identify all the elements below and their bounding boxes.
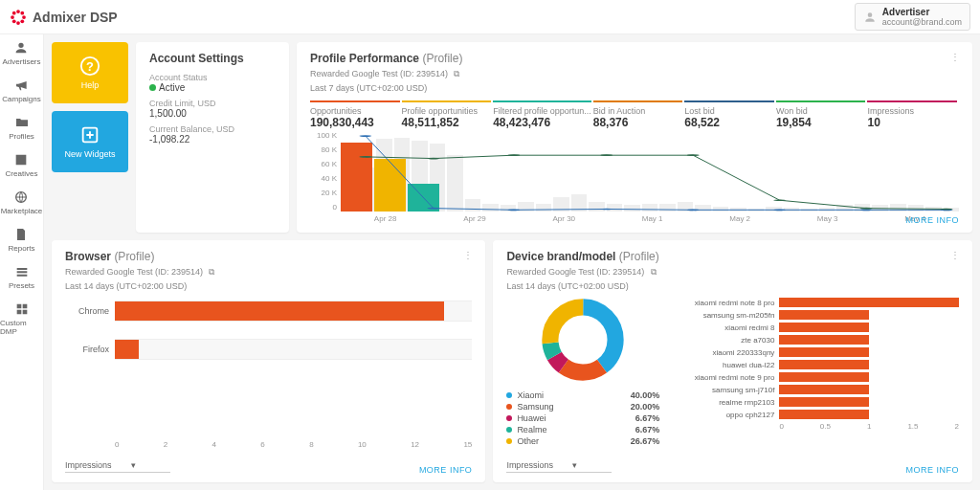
more-info-link[interactable]: MORE INFO: [906, 215, 960, 225]
person-icon: [13, 40, 29, 56]
status-value: Active: [159, 82, 185, 93]
svg-point-5: [20, 19, 24, 23]
grid-icon: [14, 301, 30, 317]
svg-point-22: [507, 154, 520, 156]
chevron-down-icon: ▾: [131, 460, 136, 470]
svg-point-15: [600, 209, 612, 211]
asterisk-icon: [10, 9, 27, 26]
kebab-icon[interactable]: ⋮: [950, 250, 961, 260]
new-widgets-tile[interactable]: New Widgets: [52, 111, 128, 172]
sidebar-item-marketplace[interactable]: Marketplace: [1, 188, 43, 217]
svg-point-17: [773, 209, 786, 211]
profile-performance-card: ⋮ Profile Performance (Profile) Rewarded…: [297, 42, 972, 233]
account-email: account@brand.com: [882, 17, 962, 27]
svg-point-24: [687, 154, 700, 156]
svg-point-6: [12, 19, 16, 23]
copy-icon[interactable]: ⧉: [209, 267, 214, 277]
status-dot-icon: [149, 84, 156, 91]
svg-point-4: [12, 11, 16, 14]
svg-point-20: [359, 156, 371, 158]
metrics-row: Opportunities190,830,443Profile opportun…: [310, 100, 959, 129]
donut-legend: Xiaomi40.00%Samsung20.00%Huawei6.67%Real…: [506, 389, 659, 446]
account-role: Advertiser: [882, 7, 962, 17]
megaphone-icon: [14, 78, 30, 93]
svg-point-2: [11, 15, 14, 19]
profile-chart: 100 K80 K60 K40 K20 K0 Apr 28Apr 29Apr 3…: [310, 131, 959, 223]
sidebar-item-custom-dmp[interactable]: Custom DMP: [0, 300, 43, 338]
sidebar-item-profiles[interactable]: Profiles: [9, 113, 34, 143]
help-tile[interactable]: ? Help: [52, 42, 128, 103]
settings-heading: Account Settings: [149, 52, 276, 65]
svg-point-3: [22, 15, 26, 19]
svg-point-18: [860, 209, 873, 211]
device-bars-chart: xiaomi redmi note 8 prosamsung sm-m205fn…: [667, 297, 959, 420]
copy-icon[interactable]: ⧉: [454, 69, 459, 78]
svg-point-16: [687, 209, 700, 211]
copy-icon[interactable]: ⧉: [651, 267, 657, 277]
browser-chart: ChromeFirefox: [65, 299, 472, 440]
donut-chart: [540, 297, 626, 383]
kebab-icon[interactable]: ⋮: [950, 52, 961, 62]
svg-point-26: [860, 208, 873, 210]
device-card: ⋮ Device brand/model (Profile) Rewarded …: [493, 240, 972, 482]
svg-point-23: [600, 154, 612, 156]
chevron-down-icon: ▾: [572, 460, 577, 470]
globe-icon: [13, 189, 29, 205]
svg-point-7: [20, 11, 24, 14]
svg-point-13: [427, 208, 439, 210]
sidebar-item-creatives[interactable]: Creatives: [6, 150, 38, 180]
sidebar: Advertisers Campaigns Profiles Creatives…: [0, 34, 44, 490]
document-icon: [13, 227, 29, 242]
folder-icon: [14, 115, 30, 130]
kebab-icon[interactable]: ⋮: [463, 250, 474, 260]
sidebar-item-presets[interactable]: Presets: [9, 262, 34, 292]
svg-point-14: [507, 209, 520, 211]
svg-point-1: [16, 21, 20, 25]
svg-point-12: [359, 135, 371, 137]
help-icon: ?: [79, 56, 100, 77]
credit-limit-value: 1,500.00: [149, 108, 276, 119]
sidebar-item-reports[interactable]: Reports: [8, 225, 34, 255]
svg-point-32: [550, 307, 615, 372]
svg-point-0: [16, 10, 20, 13]
topbar: Admixer DSP Advertiser account@brand.com: [0, 0, 980, 34]
sidebar-item-campaigns[interactable]: Campaigns: [2, 76, 40, 105]
sidebar-item-advertisers[interactable]: Advertisers: [2, 38, 40, 68]
impressions-dropdown[interactable]: Impressions▾: [506, 458, 612, 473]
app-title: Admixer DSP: [33, 10, 118, 25]
account-badge[interactable]: Advertiser account@brand.com: [855, 3, 970, 31]
image-icon: [13, 152, 29, 167]
more-info-link[interactable]: MORE INFO: [419, 465, 473, 475]
app-logo: Admixer DSP: [10, 9, 118, 26]
svg-text:?: ?: [86, 59, 94, 74]
quick-tiles: ? Help New Widgets: [52, 42, 128, 233]
more-info-link[interactable]: MORE INFO: [906, 465, 960, 475]
user-icon: [863, 11, 877, 24]
add-widget-icon: [79, 124, 100, 145]
balance-value: -1,098.22: [149, 134, 276, 145]
svg-point-25: [773, 199, 786, 201]
impressions-dropdown[interactable]: Impressions▾: [65, 458, 170, 473]
browser-card: ⋮ Browser (Profile) Rewarded Google Test…: [52, 240, 485, 482]
svg-point-27: [941, 209, 953, 211]
stack-icon: [14, 264, 30, 279]
svg-point-21: [427, 158, 439, 160]
account-settings-card: Account Settings Account Status Active C…: [136, 42, 289, 233]
